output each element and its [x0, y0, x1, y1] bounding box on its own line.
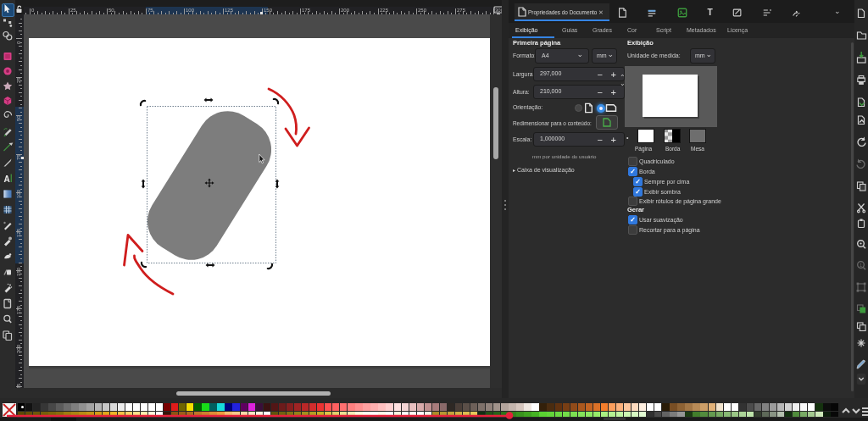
svg-text:T: T [708, 8, 714, 17]
svg-text:1: 1 [860, 263, 862, 268]
svg-text:A: A [4, 174, 10, 184]
